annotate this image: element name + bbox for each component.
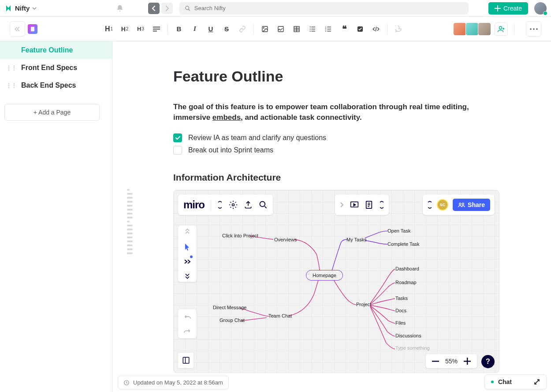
miro-help-button[interactable]: ?: [481, 355, 495, 368]
miro-logo[interactable]: miro: [183, 199, 205, 211]
add-collaborator-button[interactable]: [495, 22, 508, 36]
zoom-out-button[interactable]: [432, 360, 439, 362]
heading1-button[interactable]: H1: [101, 22, 116, 37]
mindmap-node[interactable]: Group Chat: [220, 318, 245, 323]
mindmap-node[interactable]: My Tasks: [346, 237, 367, 242]
collapse-sidebar-button[interactable]: [10, 21, 25, 37]
svg-rect-6: [153, 29, 160, 30]
bold-button[interactable]: B: [171, 22, 186, 37]
mindmap-node[interactable]: Files: [395, 320, 406, 325]
mindmap-node[interactable]: Dashboard: [395, 266, 419, 271]
svg-rect-19: [327, 26, 331, 27]
history-icon: [123, 380, 130, 386]
mindmap-node[interactable]: Open Task: [387, 228, 410, 233]
mindmap-node[interactable]: Discussions: [395, 333, 421, 338]
svg-point-28: [536, 28, 538, 30]
cursor-tool-icon[interactable]: [184, 243, 190, 251]
notifications-icon[interactable]: [116, 4, 124, 12]
undo-icon[interactable]: [183, 314, 191, 320]
nav-forward-button[interactable]: [161, 3, 173, 14]
search-input[interactable]: [194, 5, 463, 11]
checklist-item[interactable]: Break out into Sprint teams: [173, 144, 499, 156]
mindmap-node[interactable]: Team Chat: [268, 313, 292, 318]
link-button[interactable]: [235, 22, 250, 37]
miro-toolbar-top-left: miro: [178, 195, 273, 215]
zoom-in-button[interactable]: [464, 358, 471, 365]
checkbox-button[interactable]: [353, 22, 368, 37]
svg-point-27: [533, 28, 535, 30]
bullet-list-button[interactable]: [305, 22, 320, 37]
mindmap-node[interactable]: Click into Project: [222, 233, 258, 238]
chat-button[interactable]: Chat: [484, 374, 547, 389]
notes-icon[interactable]: [365, 200, 373, 209]
mindmap-node-root[interactable]: Homepage: [306, 270, 343, 281]
svg-rect-35: [183, 357, 189, 363]
expand-down-icon[interactable]: [184, 272, 190, 279]
quote-button[interactable]: ❝: [337, 22, 352, 37]
mindmap-node[interactable]: Complete Task: [387, 241, 420, 247]
embeds-link[interactable]: embeds: [212, 113, 241, 122]
sidebar-item-back-end-specs[interactable]: ⋮⋮ Back End Specs: [0, 77, 112, 94]
checkbox[interactable]: [173, 133, 182, 142]
miro-canvas[interactable]: [174, 190, 499, 373]
italic-button[interactable]: I: [187, 22, 202, 37]
mindmap-node[interactable]: Direct Message: [213, 305, 246, 310]
mindmap-node[interactable]: Project: [356, 302, 371, 307]
comment-button[interactable]: [391, 22, 406, 37]
checklist-item[interactable]: Review IA as team and clarify any questi…: [173, 132, 499, 144]
miro-embed[interactable]: miro SC: [173, 190, 499, 373]
underline-button[interactable]: U: [203, 22, 218, 37]
mindmap-node[interactable]: Overviews: [274, 237, 297, 242]
code-button[interactable]: [369, 22, 383, 37]
user-avatar[interactable]: [534, 2, 547, 15]
chevron-down-icon[interactable]: [379, 201, 384, 209]
create-button[interactable]: Create: [488, 2, 528, 15]
drag-handle-icon: ⋮⋮: [6, 82, 17, 89]
redo-icon[interactable]: [183, 328, 191, 334]
svg-rect-15: [311, 29, 315, 29]
sidebar-item-front-end-specs[interactable]: ⋮⋮ Front End Specs: [0, 59, 112, 77]
heading2-button[interactable]: H2: [117, 22, 132, 37]
add-page-button[interactable]: + Add a Page: [4, 104, 100, 121]
sidebar-item-feature-outline[interactable]: ⋮⋮ Feature Outline: [0, 41, 112, 59]
numbered-list-button[interactable]: 123: [321, 22, 336, 37]
zoom-level: 55%: [445, 358, 458, 365]
table-button[interactable]: [289, 22, 304, 37]
miro-user-avatar[interactable]: SC: [437, 199, 448, 211]
chevron-right-icon[interactable]: [339, 201, 344, 208]
document-title[interactable]: Feature Outline: [173, 68, 499, 85]
embed-image-button[interactable]: [273, 22, 288, 37]
strikethrough-button[interactable]: S: [219, 22, 234, 37]
mindmap-node-placeholder[interactable]: Type something: [395, 345, 430, 351]
heading3-button[interactable]: H3: [133, 22, 148, 37]
chevron-down-icon[interactable]: [427, 201, 432, 209]
svg-rect-2: [32, 28, 34, 28]
svg-point-34: [462, 203, 464, 205]
section-heading[interactable]: Information Architecture: [173, 172, 499, 183]
checkbox[interactable]: [173, 146, 182, 155]
expand-icon: [534, 379, 540, 385]
mindmap-node[interactable]: Docs: [395, 308, 406, 313]
nav-back-button[interactable]: [148, 3, 160, 14]
more-options-button[interactable]: [526, 21, 541, 37]
document-intro[interactable]: The goal of this feature is to empower t…: [173, 102, 499, 123]
presentation-icon[interactable]: [350, 201, 359, 209]
mindmap-node[interactable]: Roadmap: [395, 280, 417, 285]
chevron-down-icon[interactable]: [217, 201, 223, 209]
image-button[interactable]: [257, 22, 272, 37]
miro-sidebar-toggle[interactable]: [178, 353, 194, 368]
search-icon[interactable]: [259, 200, 268, 209]
gear-icon[interactable]: [229, 200, 238, 209]
expand-tool-icon[interactable]: [184, 259, 191, 264]
svg-rect-3: [32, 29, 34, 29]
mindmap-node[interactable]: Tasks: [395, 296, 408, 301]
miro-share-button[interactable]: Share: [453, 199, 490, 211]
expand-up-icon[interactable]: [184, 228, 190, 235]
document-minimap[interactable]: [127, 189, 133, 254]
export-icon[interactable]: [244, 200, 253, 209]
svg-rect-21: [327, 29, 331, 29]
collaborator-avatars[interactable]: [454, 22, 491, 36]
app-logo[interactable]: Nifty: [4, 4, 37, 12]
search-bar[interactable]: [179, 2, 469, 15]
paragraph-button[interactable]: [149, 22, 164, 37]
